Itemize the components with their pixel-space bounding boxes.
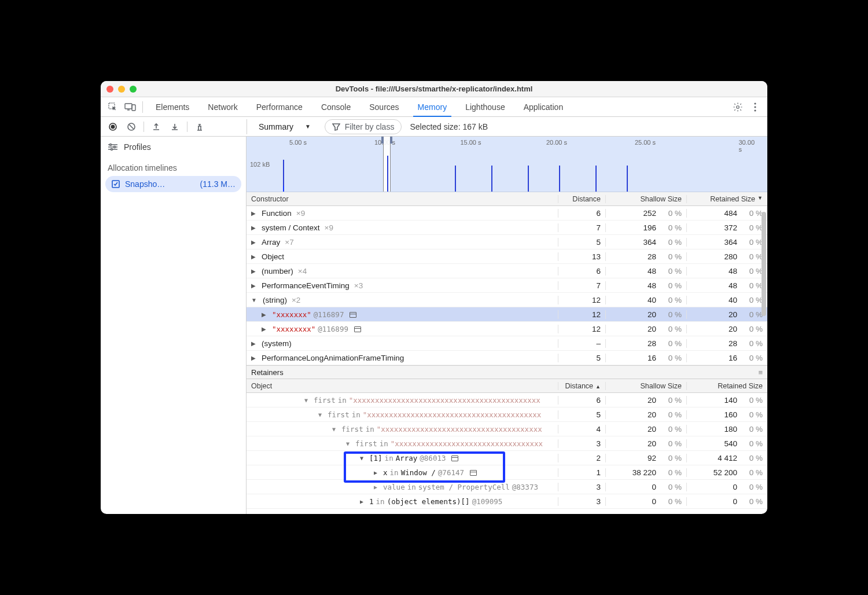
- retainers-title: Retainers: [251, 368, 284, 377]
- main-tabbar: Elements Network Performance Console Sou…: [101, 97, 767, 117]
- svg-point-3: [737, 105, 740, 108]
- snapshot-icon: [111, 179, 120, 189]
- col-retained[interactable]: Retained Size▼: [686, 195, 767, 203]
- traffic-lights: [106, 86, 137, 93]
- tab-elements[interactable]: Elements: [148, 98, 197, 116]
- view-label: Summary: [259, 122, 293, 131]
- profiles-label: Profiles: [124, 142, 151, 152]
- constructors-rows: ▶Function×962520 %4840 %▶system / Contex…: [247, 206, 767, 365]
- tab-sources[interactable]: Sources: [361, 98, 407, 116]
- tab-console[interactable]: Console: [313, 98, 359, 116]
- more-icon[interactable]: [748, 100, 763, 115]
- retainer-row[interactable]: ▼ first in "xxxxxxxxxxxxxxxxxxxxxxxxxxxx…: [247, 422, 767, 436]
- tab-lighthouse[interactable]: Lighthouse: [457, 98, 513, 116]
- settings-icon[interactable]: [730, 100, 745, 115]
- inspect-icon[interactable]: [105, 100, 120, 115]
- constructor-row[interactable]: ▶PerformanceEventTiming×37480 %480 %: [247, 278, 767, 293]
- tick: 15.00 s: [460, 139, 483, 146]
- view-dropdown[interactable]: Summary ▼: [253, 120, 317, 134]
- maximize-icon[interactable]: [130, 86, 137, 93]
- constructor-row[interactable]: ▶system / Context×971960 %3720 %: [247, 221, 767, 235]
- constructor-row[interactable]: ▶Function×962520 %4840 %: [247, 206, 767, 221]
- window-icon: [451, 456, 458, 461]
- retainer-row[interactable]: ▼ first in "xxxxxxxxxxxxxxxxxxxxxxxxxxxx…: [247, 393, 767, 407]
- col-constructor[interactable]: Constructor: [247, 195, 558, 203]
- tab-application[interactable]: Application: [516, 98, 572, 116]
- titlebar: DevTools - file:///Users/stmarthe/x-repl…: [101, 81, 767, 97]
- constructor-row[interactable]: ▶Object13280 %2800 %: [247, 249, 767, 264]
- retainer-row[interactable]: ▼ [1] in Array @860132920 %4 4120 %: [247, 451, 767, 465]
- y-label: 102 kB: [250, 161, 270, 168]
- sort-asc-icon: ▲: [595, 384, 601, 390]
- retainer-row[interactable]: ▼ first in "xxxxxxxxxxxxxxxxxxxxxxxxxxxx…: [247, 407, 767, 422]
- constructor-row[interactable]: ▼(string)×212400 %400 %: [247, 293, 767, 307]
- filter-icon: [332, 123, 340, 131]
- constructor-row[interactable]: ▶(number)×46480 %480 %: [247, 264, 767, 278]
- col-distance[interactable]: Distance▲: [558, 382, 605, 390]
- svg-point-10: [110, 144, 112, 146]
- tick: 20.00 s: [546, 139, 569, 146]
- col-retained[interactable]: Retained Size: [686, 382, 767, 390]
- svg-point-12: [111, 149, 113, 150]
- filter-placeholder: Filter by class: [345, 122, 395, 131]
- clear-icon[interactable]: [125, 120, 138, 133]
- constructors-header: Constructor Distance Shallow Size Retain…: [247, 192, 767, 206]
- constructor-row[interactable]: ▶"xxxxxxx" @11689712200 %200 %: [247, 307, 767, 322]
- tick: 25.00 s: [635, 139, 658, 146]
- filter-input[interactable]: Filter by class: [325, 119, 402, 134]
- svg-point-8: [111, 124, 115, 128]
- retainer-row[interactable]: ▼ first in "xxxxxxxxxxxxxxxxxxxxxxxxxxxx…: [247, 436, 767, 451]
- section-label: Allocation timelines: [101, 157, 246, 176]
- window-icon: [354, 326, 361, 332]
- divider: [142, 101, 143, 113]
- retainer-row[interactable]: ▶ value in system / PropertyCell @833733…: [247, 480, 767, 494]
- constructor-row[interactable]: ▶"xxxxxxxx" @11689912200 %200 %: [247, 322, 767, 336]
- svg-rect-1: [125, 104, 132, 109]
- chevron-down-icon: ▼: [305, 123, 311, 130]
- snapshot-row[interactable]: Snapsho… (11.3 M…: [105, 176, 241, 192]
- constructor-row[interactable]: ▶PerformanceLongAnimationFrameTiming5160…: [247, 351, 767, 365]
- snapshot-name: Snapsho…: [125, 179, 165, 189]
- snapshot-size: (11.3 M…: [200, 179, 236, 189]
- devtools-window: DevTools - file:///Users/stmarthe/x-repl…: [101, 81, 767, 514]
- col-distance[interactable]: Distance: [558, 195, 605, 203]
- profiles-sidebar: Profiles Allocation timelines Snapsho… (…: [101, 137, 247, 514]
- svg-point-11: [114, 146, 116, 148]
- window-icon: [470, 470, 477, 476]
- retainers-columns: Object Distance▲ Shallow Size Retained S…: [247, 379, 767, 393]
- selected-size-label: Selected size: 167 kB: [410, 122, 488, 131]
- tick: 30.00 s: [738, 139, 757, 153]
- close-icon[interactable]: [106, 86, 113, 93]
- download-icon[interactable]: [168, 120, 181, 133]
- window-icon: [350, 312, 356, 318]
- content-pane: 5.00 s 10.00 s 15.00 s 20.00 s 25.00 s 3…: [247, 137, 767, 514]
- retainers-menu-icon[interactable]: ≡: [758, 368, 763, 377]
- memory-toolbar: Summary ▼ Filter by class Selected size:…: [101, 117, 767, 137]
- minimize-icon[interactable]: [118, 86, 125, 93]
- svg-point-4: [754, 102, 756, 104]
- svg-rect-2: [132, 105, 135, 111]
- col-shallow[interactable]: Shallow Size: [605, 195, 686, 203]
- tab-performance[interactable]: Performance: [248, 98, 311, 116]
- retainers-header: Retainers ≡: [247, 365, 767, 379]
- scrollbar[interactable]: [762, 212, 766, 316]
- tab-memory[interactable]: Memory: [410, 98, 455, 116]
- device-toggle-icon[interactable]: [123, 100, 138, 115]
- upload-icon[interactable]: [150, 120, 163, 133]
- record-icon[interactable]: [106, 120, 119, 133]
- constructor-row[interactable]: ▶Array×753640 %3640 %: [247, 235, 767, 249]
- sort-desc-icon: ▼: [757, 195, 763, 203]
- retainer-row[interactable]: ▶ x in Window / @76147138 2200 %52 2000 …: [247, 465, 767, 480]
- allocation-timeline[interactable]: 5.00 s 10.00 s 15.00 s 20.00 s 25.00 s 3…: [247, 137, 767, 192]
- constructor-row[interactable]: ▶(system)–280 %280 %: [247, 336, 767, 351]
- svg-point-6: [754, 109, 756, 111]
- tick: 5.00 s: [289, 139, 309, 146]
- window-title: DevTools - file:///Users/stmarthe/x-repl…: [101, 85, 767, 93]
- tab-network[interactable]: Network: [200, 98, 245, 116]
- retainer-row[interactable]: ▶ 1 in (object elements)[] @109095300 %0…: [247, 494, 767, 509]
- sliders-icon[interactable]: [108, 143, 118, 151]
- gc-icon[interactable]: [193, 120, 206, 133]
- svg-point-5: [754, 106, 756, 108]
- col-shallow[interactable]: Shallow Size: [605, 382, 686, 390]
- col-object[interactable]: Object: [247, 382, 558, 390]
